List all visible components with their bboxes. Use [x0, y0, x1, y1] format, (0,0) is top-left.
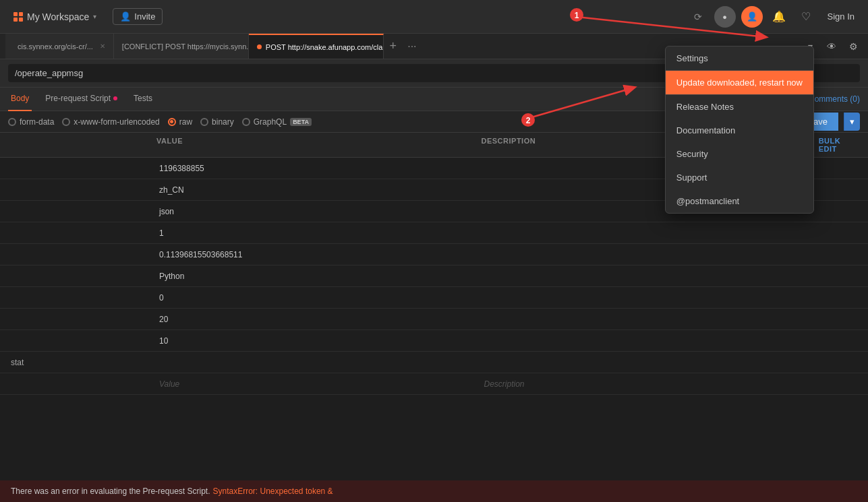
- tab-label-0: cis.synnex.org/cis-cr/...: [18, 42, 93, 51]
- sub-tab-tests[interactable]: Tests: [131, 88, 155, 111]
- tab-more-button[interactable]: ···: [403, 37, 422, 56]
- table-row: 10: [0, 330, 868, 352]
- body-type-binary[interactable]: binary: [200, 117, 234, 127]
- tab-close-0[interactable]: ✕: [100, 42, 105, 50]
- body-type-urlencoded[interactable]: x-www-form-urlencoded: [62, 117, 159, 127]
- dropdown-support[interactable]: Support: [666, 166, 813, 189]
- error-highlight-text: SyntaxError: Unexpected token &: [212, 487, 332, 496]
- bulk-edit-label[interactable]: Bulk Edit: [819, 137, 860, 153]
- table-row: 1: [0, 222, 868, 244]
- error-static-text: There was an error in evaluating the Pre…: [11, 487, 210, 496]
- sync-button[interactable]: ⟳: [687, 6, 709, 28]
- tab-add-button[interactable]: +: [384, 37, 403, 56]
- error-bar: There was an error in evaluating the Pre…: [0, 480, 868, 502]
- body-type-form-data[interactable]: form-data: [8, 117, 54, 127]
- header-left: My Workspace ▾ 👤 Invite: [8, 8, 163, 25]
- workspace-button[interactable]: My Workspace ▾: [8, 9, 102, 25]
- settings-tab-button[interactable]: ⚙: [844, 37, 863, 56]
- table-row: 0.11396815503668511: [0, 244, 868, 265]
- dropdown-release-notes[interactable]: Release Notes: [666, 95, 813, 119]
- tab-item-1[interactable]: [CONFLICT] POST https://mycis.synn... ✕: [114, 34, 249, 59]
- dropdown-postmanclient[interactable]: @postmanclient: [666, 189, 813, 213]
- workspace-chevron-icon: ▾: [93, 13, 96, 20]
- tab-label-2: POST http://snake.afunapp.com/cla...: [266, 43, 384, 51]
- avatar-button[interactable]: ●: [714, 6, 736, 28]
- workspace-icon: [13, 12, 23, 22]
- user-avatar-button[interactable]: 👤: [741, 6, 763, 28]
- dropdown-documentation[interactable]: Documentation: [666, 119, 813, 142]
- save-dropdown-button[interactable]: ▾: [844, 113, 860, 131]
- table-row: Python: [0, 265, 868, 287]
- sub-tab-body[interactable]: Body: [8, 88, 32, 111]
- signin-button[interactable]: Sign In: [822, 9, 860, 24]
- dropdown-settings[interactable]: Settings: [666, 46, 813, 70]
- invite-icon: 👤: [120, 11, 131, 22]
- radio-graphql: [242, 118, 250, 126]
- notification-button[interactable]: 🔔: [768, 6, 790, 28]
- body-type-raw[interactable]: raw: [168, 117, 192, 127]
- header-right: ⟳ ● 👤 🔔 ♡ Sign In: [687, 6, 860, 28]
- radio-binary: [200, 118, 208, 126]
- invite-label: Invite: [134, 11, 155, 22]
- table-row: 0: [0, 287, 868, 309]
- body-type-graphql[interactable]: GraphQL BETA: [242, 117, 312, 127]
- dropdown-security[interactable]: Security: [666, 142, 813, 166]
- comments-link[interactable]: Comments (0): [809, 94, 860, 104]
- eye-button[interactable]: 👁: [822, 37, 841, 56]
- table-row-placeholder: Value Description: [0, 373, 868, 395]
- beta-badge: BETA: [290, 118, 312, 126]
- dropdown-menu: Settings Update downloaded, restart now …: [665, 46, 814, 214]
- col-header-actions: ··· Bulk Edit: [806, 137, 860, 153]
- tab-item-2[interactable]: POST http://snake.afunapp.com/cla... ✕: [249, 34, 384, 59]
- radio-raw: [168, 118, 176, 126]
- pre-request-dot: [113, 96, 117, 100]
- workspace-label: My Workspace: [27, 11, 89, 22]
- sub-tab-pre-request-label: Pre-request Script: [45, 94, 111, 103]
- header-bar: My Workspace ▾ 👤 Invite ⟳ ● 👤 🔔 ♡ Sign I…: [0, 0, 868, 34]
- table-row-stat: stat: [0, 352, 868, 373]
- sub-tab-pre-request[interactable]: Pre-request Script: [42, 88, 120, 111]
- dropdown-update[interactable]: Update downloaded, restart now: [666, 71, 813, 94]
- sub-tab-body-label: Body: [11, 94, 29, 103]
- radio-urlencoded: [62, 118, 70, 126]
- heart-button[interactable]: ♡: [795, 6, 817, 28]
- table-row: 20: [0, 309, 868, 330]
- tab-label-1: [CONFLICT] POST https://mycis.synn...: [122, 42, 249, 51]
- col-header-key: [8, 137, 156, 153]
- invite-button[interactable]: 👤 Invite: [113, 8, 163, 25]
- col-header-value: VALUE: [156, 137, 482, 153]
- tab-item-0[interactable]: cis.synnex.org/cis-cr/... ✕: [5, 34, 114, 59]
- sub-tab-tests-label: Tests: [134, 94, 152, 103]
- radio-form-data: [8, 118, 16, 126]
- tab-dot-2: [257, 44, 262, 49]
